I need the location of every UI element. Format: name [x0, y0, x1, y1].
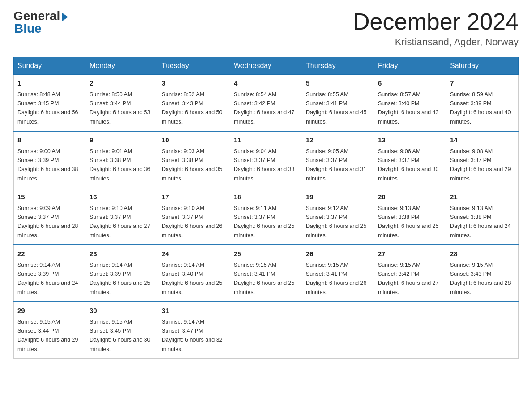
day-number: 21 — [450, 192, 515, 202]
day-number: 11 — [234, 135, 298, 146]
table-row: 28 Sunrise: 9:15 AMSunset: 3:43 PMDaylig… — [446, 245, 519, 302]
day-info: Sunrise: 9:00 AMSunset: 3:39 PMDaylight:… — [17, 148, 78, 182]
day-number: 14 — [450, 135, 515, 146]
header-friday: Friday — [374, 57, 446, 75]
table-row: 21 Sunrise: 9:13 AMSunset: 3:38 PMDaylig… — [446, 188, 519, 245]
days-header-row: Sunday Monday Tuesday Wednesday Thursday… — [14, 57, 519, 75]
table-row: 12 Sunrise: 9:05 AMSunset: 3:37 PMDaylig… — [302, 131, 374, 188]
day-number: 28 — [450, 249, 515, 259]
calendar-week-row: 15 Sunrise: 9:09 AMSunset: 3:37 PMDaylig… — [14, 188, 519, 245]
day-number: 31 — [162, 306, 226, 316]
day-info: Sunrise: 9:12 AMSunset: 3:37 PMDaylight:… — [306, 205, 367, 239]
logo-blue-text: Blue — [14, 21, 42, 36]
logo: General Blue — [13, 9, 68, 36]
table-row: 25 Sunrise: 9:15 AMSunset: 3:41 PMDaylig… — [230, 245, 302, 302]
calendar-week-row: 1 Sunrise: 8:48 AMSunset: 3:45 PMDayligh… — [14, 75, 519, 132]
day-info: Sunrise: 9:13 AMSunset: 3:38 PMDaylight:… — [378, 205, 439, 239]
day-info: Sunrise: 9:15 AMSunset: 3:43 PMDaylight:… — [450, 262, 511, 295]
table-row: 11 Sunrise: 9:04 AMSunset: 3:37 PMDaylig… — [230, 131, 302, 188]
table-row — [302, 302, 374, 359]
table-row: 10 Sunrise: 9:03 AMSunset: 3:38 PMDaylig… — [158, 131, 230, 188]
day-number: 18 — [234, 192, 298, 202]
calendar-week-row: 22 Sunrise: 9:14 AMSunset: 3:39 PMDaylig… — [14, 245, 519, 302]
header-tuesday: Tuesday — [158, 57, 230, 75]
table-row: 30 Sunrise: 9:15 AMSunset: 3:45 PMDaylig… — [86, 302, 158, 359]
day-info: Sunrise: 9:10 AMSunset: 3:37 PMDaylight:… — [162, 205, 223, 239]
day-info: Sunrise: 9:13 AMSunset: 3:38 PMDaylight:… — [450, 205, 511, 239]
table-row: 15 Sunrise: 9:09 AMSunset: 3:37 PMDaylig… — [14, 188, 86, 245]
calendar-table: Sunday Monday Tuesday Wednesday Thursday… — [13, 57, 519, 359]
day-info: Sunrise: 9:15 AMSunset: 3:41 PMDaylight:… — [306, 262, 367, 295]
title-section: December 2024 Kristiansand, Agder, Norwa… — [353, 9, 519, 48]
table-row: 1 Sunrise: 8:48 AMSunset: 3:45 PMDayligh… — [14, 75, 86, 132]
table-row: 31 Sunrise: 9:14 AMSunset: 3:47 PMDaylig… — [158, 302, 230, 359]
day-info: Sunrise: 9:14 AMSunset: 3:47 PMDaylight:… — [162, 319, 223, 352]
day-number: 25 — [234, 249, 298, 259]
table-row: 29 Sunrise: 9:15 AMSunset: 3:44 PMDaylig… — [14, 302, 86, 359]
header-thursday: Thursday — [302, 57, 374, 75]
day-info: Sunrise: 9:01 AMSunset: 3:38 PMDaylight:… — [90, 148, 150, 182]
table-row: 2 Sunrise: 8:50 AMSunset: 3:44 PMDayligh… — [86, 75, 158, 132]
table-row: 8 Sunrise: 9:00 AMSunset: 3:39 PMDayligh… — [14, 131, 86, 188]
day-info: Sunrise: 8:50 AMSunset: 3:44 PMDaylight:… — [90, 91, 150, 125]
table-row: 9 Sunrise: 9:01 AMSunset: 3:38 PMDayligh… — [86, 131, 158, 188]
table-row — [374, 302, 446, 359]
calendar-week-row: 29 Sunrise: 9:15 AMSunset: 3:44 PMDaylig… — [14, 302, 519, 359]
day-number: 30 — [90, 306, 154, 316]
day-number: 12 — [306, 135, 370, 146]
day-info: Sunrise: 9:15 AMSunset: 3:45 PMDaylight:… — [90, 319, 150, 352]
header-saturday: Saturday — [446, 57, 519, 75]
day-info: Sunrise: 9:10 AMSunset: 3:37 PMDaylight:… — [90, 205, 150, 239]
header-sunday: Sunday — [14, 57, 86, 75]
page-header: General Blue December 2024 Kristiansand,… — [13, 9, 519, 48]
calendar-week-row: 8 Sunrise: 9:00 AMSunset: 3:39 PMDayligh… — [14, 131, 519, 188]
day-info: Sunrise: 8:54 AMSunset: 3:42 PMDaylight:… — [234, 91, 295, 125]
day-info: Sunrise: 9:15 AMSunset: 3:41 PMDaylight:… — [234, 262, 295, 295]
table-row: 27 Sunrise: 9:15 AMSunset: 3:42 PMDaylig… — [374, 245, 446, 302]
day-number: 3 — [162, 78, 226, 89]
day-info: Sunrise: 9:06 AMSunset: 3:37 PMDaylight:… — [378, 148, 439, 182]
day-info: Sunrise: 9:14 AMSunset: 3:39 PMDaylight:… — [90, 262, 150, 295]
table-row: 17 Sunrise: 9:10 AMSunset: 3:37 PMDaylig… — [158, 188, 230, 245]
table-row: 5 Sunrise: 8:55 AMSunset: 3:41 PMDayligh… — [302, 75, 374, 132]
day-info: Sunrise: 9:15 AMSunset: 3:44 PMDaylight:… — [17, 319, 78, 352]
day-number: 16 — [90, 192, 154, 202]
day-number: 27 — [378, 249, 442, 259]
day-info: Sunrise: 8:59 AMSunset: 3:39 PMDaylight:… — [450, 91, 511, 125]
day-number: 19 — [306, 192, 370, 202]
table-row: 16 Sunrise: 9:10 AMSunset: 3:37 PMDaylig… — [86, 188, 158, 245]
day-number: 26 — [306, 249, 370, 259]
table-row: 26 Sunrise: 9:15 AMSunset: 3:41 PMDaylig… — [302, 245, 374, 302]
table-row: 4 Sunrise: 8:54 AMSunset: 3:42 PMDayligh… — [230, 75, 302, 132]
day-number: 22 — [17, 249, 82, 259]
day-number: 9 — [90, 135, 154, 146]
day-info: Sunrise: 9:05 AMSunset: 3:37 PMDaylight:… — [306, 148, 367, 182]
day-number: 4 — [234, 78, 298, 89]
table-row — [446, 302, 519, 359]
day-number: 13 — [378, 135, 442, 146]
day-number: 6 — [378, 78, 442, 89]
day-info: Sunrise: 8:57 AMSunset: 3:40 PMDaylight:… — [378, 91, 439, 125]
header-monday: Monday — [86, 57, 158, 75]
day-info: Sunrise: 9:08 AMSunset: 3:37 PMDaylight:… — [450, 148, 511, 182]
day-number: 20 — [378, 192, 442, 202]
day-number: 5 — [306, 78, 370, 89]
day-number: 8 — [17, 135, 82, 146]
day-info: Sunrise: 9:14 AMSunset: 3:39 PMDaylight:… — [17, 262, 78, 295]
location-text: Kristiansand, Agder, Norway — [353, 36, 519, 48]
day-info: Sunrise: 8:52 AMSunset: 3:43 PMDaylight:… — [162, 91, 223, 125]
table-row: 14 Sunrise: 9:08 AMSunset: 3:37 PMDaylig… — [446, 131, 519, 188]
day-number: 7 — [450, 78, 515, 89]
day-info: Sunrise: 9:11 AMSunset: 3:37 PMDaylight:… — [234, 205, 295, 239]
day-info: Sunrise: 9:15 AMSunset: 3:42 PMDaylight:… — [378, 262, 439, 295]
day-number: 10 — [162, 135, 226, 146]
day-number: 15 — [17, 192, 82, 202]
table-row — [230, 302, 302, 359]
day-info: Sunrise: 8:48 AMSunset: 3:45 PMDaylight:… — [17, 91, 78, 125]
table-row: 20 Sunrise: 9:13 AMSunset: 3:38 PMDaylig… — [374, 188, 446, 245]
day-info: Sunrise: 9:09 AMSunset: 3:37 PMDaylight:… — [17, 205, 78, 239]
day-number: 1 — [17, 78, 82, 89]
day-number: 2 — [90, 78, 154, 89]
table-row: 13 Sunrise: 9:06 AMSunset: 3:37 PMDaylig… — [374, 131, 446, 188]
table-row: 19 Sunrise: 9:12 AMSunset: 3:37 PMDaylig… — [302, 188, 374, 245]
